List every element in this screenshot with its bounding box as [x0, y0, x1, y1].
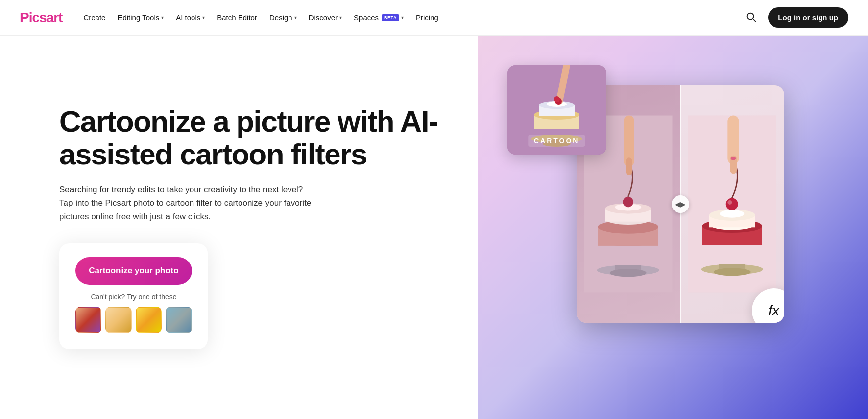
comparison-card: ◀▶ fx — [577, 85, 784, 323]
nav-editing-tools[interactable]: Editing Tools ▾ — [112, 9, 169, 26]
search-button[interactable] — [741, 7, 760, 28]
cartoonize-button[interactable]: Cartoonize your photo — [75, 257, 192, 285]
svg-point-27 — [623, 197, 633, 207]
chevron-down-icon: ▾ — [339, 15, 342, 20]
svg-point-19 — [610, 269, 647, 277]
hero-description: Searching for trendy edits to take your … — [59, 183, 317, 223]
nav-spaces[interactable]: Spaces BETA ▾ — [349, 9, 409, 26]
chevron-down-icon: ▾ — [202, 15, 205, 20]
svg-point-15 — [554, 96, 560, 102]
cta-card: Cartoonize your photo Can't pick? Try on… — [59, 243, 208, 349]
svg-line-1 — [753, 19, 755, 21]
svg-point-45 — [731, 157, 736, 160]
chevron-down-icon: ▾ — [401, 15, 404, 20]
search-icon — [745, 11, 756, 22]
svg-point-42 — [728, 200, 732, 205]
sample-image-1[interactable] — [75, 307, 101, 333]
nav-links: Create Editing Tools ▾ AI tools ▾ Batch … — [78, 9, 443, 26]
logo[interactable]: Picsart — [20, 10, 62, 26]
cartoon-thumbnail-card: CARTOON — [507, 65, 606, 155]
svg-point-41 — [726, 198, 738, 210]
chevron-down-icon: ▾ — [294, 15, 297, 20]
page-main: Cartoonize a picture with AI-assisted ca… — [0, 36, 868, 419]
navbar: Picsart Create Editing Tools ▾ AI tools … — [0, 0, 868, 36]
sample-image-3[interactable] — [136, 307, 162, 333]
hero-left: Cartoonize a picture with AI-assisted ca… — [0, 36, 478, 419]
hero-right-visual: CARTOON — [478, 36, 868, 419]
svg-point-33 — [714, 268, 751, 276]
nav-create[interactable]: Create — [78, 9, 110, 26]
spaces-beta-badge: BETA — [382, 14, 399, 21]
nav-pricing[interactable]: Pricing — [411, 9, 443, 26]
cartoon-label: CARTOON — [528, 135, 585, 147]
nav-design[interactable]: Design ▾ — [264, 9, 302, 26]
sample-image-2[interactable] — [105, 307, 132, 333]
svg-point-40 — [720, 210, 745, 218]
nav-right: Log in or sign up — [741, 7, 848, 28]
drag-handle[interactable]: ◀▶ — [672, 195, 689, 213]
hero-title: Cartoonize a picture with AI-assisted ca… — [59, 105, 448, 171]
logo-text: Picsart — [20, 10, 62, 26]
sample-images — [75, 307, 192, 333]
sample-image-4[interactable] — [166, 307, 192, 333]
nav-ai-tools[interactable]: AI tools ▾ — [171, 9, 210, 26]
comparison-after — [680, 85, 784, 323]
after-illustration — [688, 103, 776, 305]
svg-rect-29 — [626, 157, 632, 175]
nav-batch-editor[interactable]: Batch Editor — [212, 9, 262, 26]
chevron-down-icon: ▾ — [161, 15, 164, 20]
nav-discover[interactable]: Discover ▾ — [304, 9, 347, 26]
cant-pick-label: Can't pick? Try one of these — [75, 293, 192, 301]
login-button[interactable]: Log in or sign up — [768, 7, 848, 28]
